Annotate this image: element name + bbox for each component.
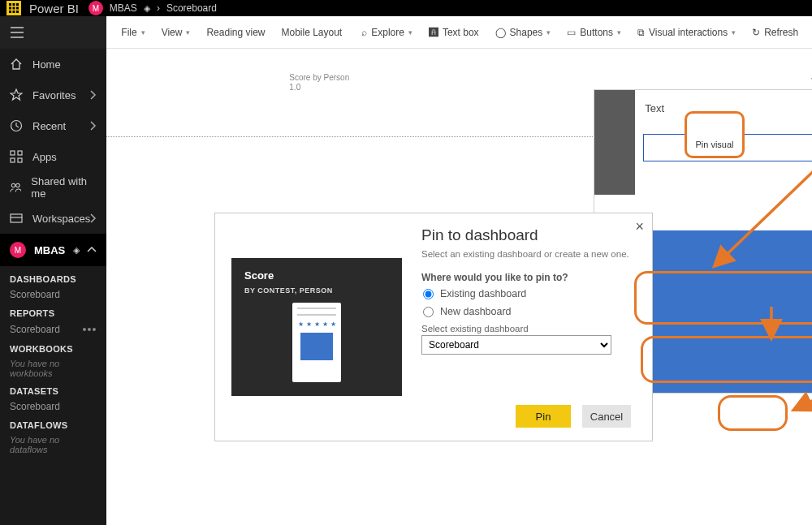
- svg-rect-19: [11, 214, 22, 222]
- breadcrumb-chevron-icon: ›: [157, 2, 160, 14]
- buttons-icon: ▭: [567, 27, 576, 38]
- text-box-button[interactable]: 🅰Text box: [422, 24, 486, 41]
- breadcrumb-workspace[interactable]: MBAS: [110, 2, 137, 14]
- pin-button[interactable]: Pin: [516, 405, 571, 428]
- nav-recent[interactable]: Recent: [0, 110, 106, 141]
- app-name: Power BI: [29, 2, 79, 15]
- radio-input[interactable]: [423, 307, 434, 317]
- view-menu[interactable]: View▾: [155, 24, 197, 41]
- dialog-title: Pin to dashboard: [421, 226, 634, 244]
- chevron-down-icon: ▾: [186, 28, 190, 37]
- chevron-down-icon: ▾: [617, 28, 621, 37]
- breadcrumb-page[interactable]: Scoreboard: [166, 2, 217, 14]
- radio-input[interactable]: [423, 289, 434, 299]
- svg-rect-16: [18, 158, 22, 162]
- nav-label: Recent: [32, 120, 66, 132]
- refresh-button[interactable]: ↻Refresh: [745, 24, 805, 41]
- workspace-header[interactable]: M MBAS ◈: [0, 234, 106, 266]
- more-icon[interactable]: •••: [83, 323, 97, 336]
- nav-toggle-button[interactable]: [0, 16, 106, 49]
- toolbar-label: Refresh: [764, 27, 798, 38]
- select-label: Select existing dashboard: [421, 324, 634, 334]
- toolbar-label: Shapes: [510, 27, 543, 38]
- mobile-layout-button[interactable]: Mobile Layout: [274, 24, 348, 41]
- nav-home[interactable]: Home: [0, 49, 106, 80]
- svg-rect-8: [16, 11, 19, 13]
- svg-rect-5: [16, 7, 19, 10]
- svg-rect-14: [18, 151, 22, 155]
- chevron-right-icon: [90, 121, 97, 131]
- sidebar-item-dataset[interactable]: Scoreboard: [0, 399, 106, 412]
- diamond-icon: ◈: [144, 3, 150, 14]
- nav-shared[interactable]: Shared with me: [0, 172, 106, 203]
- workspace-badge: M: [89, 1, 103, 15]
- shapes-menu[interactable]: ◯Shapes▾: [489, 24, 558, 41]
- dialog-actions: Pin Cancel: [516, 405, 631, 428]
- section-dataflows-hint: You have no dataflows: [0, 433, 106, 454]
- svg-rect-13: [11, 151, 15, 155]
- chevron-down-icon: ▾: [141, 28, 145, 37]
- svg-rect-3: [9, 7, 11, 10]
- explore-menu[interactable]: ⌕Explore▾: [355, 24, 419, 41]
- chevron-down-icon: ▾: [732, 28, 736, 37]
- overflow-button[interactable]: ⧉: [808, 24, 812, 41]
- explore-icon: ⌕: [361, 27, 367, 38]
- pin-visual-tooltip: Pin visual: [685, 111, 745, 158]
- radio-new-dashboard[interactable]: New dashboard: [421, 306, 634, 317]
- tile-preview: Score BY CONTEST, PERSON ★★★★★: [231, 258, 402, 396]
- app-header: Power BI M MBAS ◈ › Scoreboard: [0, 0, 812, 16]
- chart-title: Score by Person: [289, 73, 349, 83]
- workspace-name: MBAS: [34, 244, 65, 256]
- svg-rect-1: [13, 3, 15, 6]
- file-menu[interactable]: File▾: [114, 24, 151, 41]
- clock-icon: [10, 119, 23, 132]
- toolbar-label: Buttons: [580, 27, 613, 38]
- section-dataflows-header: DATAFLOWS: [0, 412, 106, 433]
- nav-apps[interactable]: Apps: [0, 141, 106, 172]
- close-button[interactable]: ×: [635, 218, 644, 235]
- radio-label: Existing dashboard: [440, 288, 526, 299]
- chevron-down-icon: ▾: [408, 28, 412, 37]
- section-datasets-header: DATASETS: [0, 378, 106, 399]
- nav-label: Shared with me: [31, 175, 97, 200]
- text-visual-label: Text: [635, 90, 664, 126]
- refresh-icon: ↻: [752, 27, 760, 38]
- nav-sidebar: Home Favorites Recent Apps Shared with m…: [0, 16, 106, 525]
- chevron-right-icon: [90, 90, 97, 100]
- visual-interactions-menu[interactable]: ⧉Visual interactions▾: [631, 24, 742, 41]
- cancel-button[interactable]: Cancel: [582, 405, 631, 428]
- sidebar-item-report[interactable]: Scoreboard•••: [0, 321, 106, 336]
- toolbar-label: File: [121, 27, 136, 38]
- toolbar-label: View: [162, 27, 183, 38]
- nav-workspaces[interactable]: Workspaces: [0, 203, 106, 234]
- report-toolbar: File▾ View▾ Reading view Mobile Layout ⌕…: [106, 16, 812, 49]
- nav-label: Home: [32, 58, 61, 71]
- tooltip-label: Pin visual: [695, 140, 733, 149]
- visual-placeholder: [594, 126, 635, 195]
- chevron-down-icon: ▾: [546, 28, 551, 37]
- chart-visual-header: Score by Person 1.0: [289, 73, 349, 93]
- preview-subtitle: BY CONTEST, PERSON: [231, 286, 402, 303]
- nav-label: Apps: [32, 151, 57, 163]
- visual-action-bar: ▽ ⤢ 📌 ⧉ ⋯: [594, 73, 812, 89]
- dashboard-select[interactable]: Scoreboard: [421, 335, 611, 355]
- sidebar-item-label: Scoreboard: [10, 289, 60, 300]
- nav-favorites[interactable]: Favorites: [0, 80, 106, 110]
- radio-label: New dashboard: [440, 306, 512, 317]
- preview-title: Score: [231, 258, 402, 286]
- reading-view-button[interactable]: Reading view: [200, 24, 271, 41]
- app-launcher-icon[interactable]: [6, 1, 21, 15]
- section-workbooks-header: WORKBOOKS: [0, 336, 106, 357]
- textbox-icon: 🅰: [429, 27, 438, 38]
- svg-rect-6: [9, 11, 11, 13]
- dialog-form-panel: × Pin to dashboard Select an existing da…: [418, 213, 652, 441]
- visual-placeholder: [594, 90, 635, 126]
- toolbar-label: Mobile Layout: [281, 27, 342, 38]
- chart-subtitle: 1.0: [289, 83, 349, 93]
- nav-label: Workspaces: [32, 213, 90, 225]
- toolbar-label: Text box: [443, 27, 479, 38]
- preview-chart: ★★★★★: [231, 303, 402, 382]
- sidebar-item-dashboard[interactable]: Scoreboard: [0, 287, 106, 300]
- buttons-menu[interactable]: ▭Buttons▾: [560, 24, 628, 41]
- radio-existing-dashboard[interactable]: Existing dashboard: [421, 288, 634, 299]
